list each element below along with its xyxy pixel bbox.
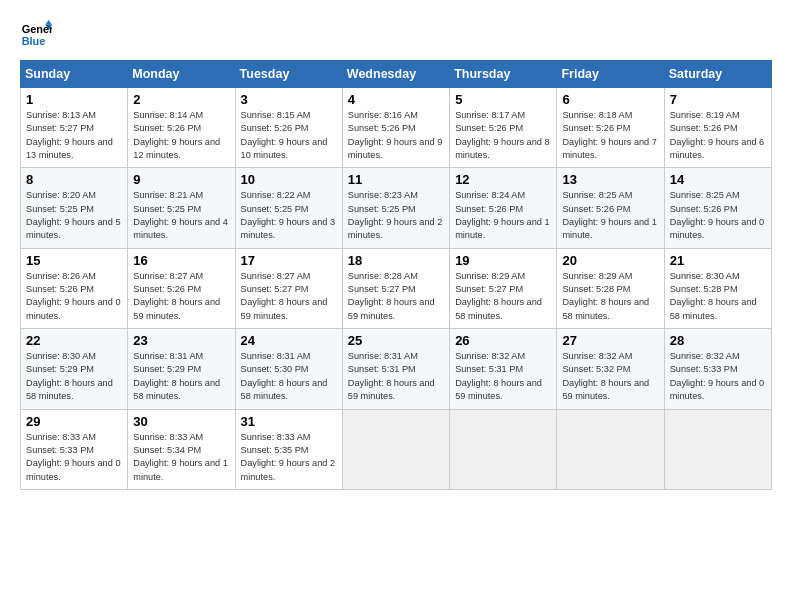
calendar-cell: 4 Sunrise: 8:16 AM Sunset: 5:26 PM Dayli… [342, 88, 449, 168]
calendar-cell: 5 Sunrise: 8:17 AM Sunset: 5:26 PM Dayli… [450, 88, 557, 168]
col-friday: Friday [557, 61, 664, 88]
calendar-cell: 24 Sunrise: 8:31 AM Sunset: 5:30 PM Dayl… [235, 329, 342, 409]
sun-info: Sunrise: 8:27 AM Sunset: 5:26 PM Dayligh… [133, 270, 229, 323]
calendar-week-row: 1 Sunrise: 8:13 AM Sunset: 5:27 PM Dayli… [21, 88, 772, 168]
sun-info: Sunrise: 8:29 AM Sunset: 5:27 PM Dayligh… [455, 270, 551, 323]
svg-marker-2 [45, 20, 52, 25]
day-number: 25 [348, 333, 444, 348]
day-number: 3 [241, 92, 337, 107]
sun-info: Sunrise: 8:32 AM Sunset: 5:32 PM Dayligh… [562, 350, 658, 403]
sun-info: Sunrise: 8:33 AM Sunset: 5:33 PM Dayligh… [26, 431, 122, 484]
calendar-cell: 29 Sunrise: 8:33 AM Sunset: 5:33 PM Dayl… [21, 409, 128, 489]
sun-info: Sunrise: 8:33 AM Sunset: 5:35 PM Dayligh… [241, 431, 337, 484]
calendar-cell: 30 Sunrise: 8:33 AM Sunset: 5:34 PM Dayl… [128, 409, 235, 489]
calendar-cell: 26 Sunrise: 8:32 AM Sunset: 5:31 PM Dayl… [450, 329, 557, 409]
day-number: 2 [133, 92, 229, 107]
logo: General Blue [20, 18, 52, 50]
day-number: 23 [133, 333, 229, 348]
calendar-week-row: 15 Sunrise: 8:26 AM Sunset: 5:26 PM Dayl… [21, 248, 772, 328]
sun-info: Sunrise: 8:15 AM Sunset: 5:26 PM Dayligh… [241, 109, 337, 162]
col-wednesday: Wednesday [342, 61, 449, 88]
page: General Blue Sunday Monday Tuesday Wedne… [0, 0, 792, 612]
day-number: 15 [26, 253, 122, 268]
col-tuesday: Tuesday [235, 61, 342, 88]
logo-icon: General Blue [20, 18, 52, 50]
day-number: 28 [670, 333, 766, 348]
calendar-week-row: 8 Sunrise: 8:20 AM Sunset: 5:25 PM Dayli… [21, 168, 772, 248]
day-number: 11 [348, 172, 444, 187]
col-monday: Monday [128, 61, 235, 88]
header: General Blue [20, 18, 772, 50]
calendar-cell: 3 Sunrise: 8:15 AM Sunset: 5:26 PM Dayli… [235, 88, 342, 168]
calendar-cell [342, 409, 449, 489]
day-number: 6 [562, 92, 658, 107]
sun-info: Sunrise: 8:14 AM Sunset: 5:26 PM Dayligh… [133, 109, 229, 162]
calendar-cell: 10 Sunrise: 8:22 AM Sunset: 5:25 PM Dayl… [235, 168, 342, 248]
sun-info: Sunrise: 8:25 AM Sunset: 5:26 PM Dayligh… [670, 189, 766, 242]
day-number: 16 [133, 253, 229, 268]
sun-info: Sunrise: 8:33 AM Sunset: 5:34 PM Dayligh… [133, 431, 229, 484]
sun-info: Sunrise: 8:31 AM Sunset: 5:29 PM Dayligh… [133, 350, 229, 403]
calendar-cell: 6 Sunrise: 8:18 AM Sunset: 5:26 PM Dayli… [557, 88, 664, 168]
sun-info: Sunrise: 8:18 AM Sunset: 5:26 PM Dayligh… [562, 109, 658, 162]
calendar-cell: 22 Sunrise: 8:30 AM Sunset: 5:29 PM Dayl… [21, 329, 128, 409]
calendar-cell: 1 Sunrise: 8:13 AM Sunset: 5:27 PM Dayli… [21, 88, 128, 168]
day-number: 18 [348, 253, 444, 268]
calendar-cell: 21 Sunrise: 8:30 AM Sunset: 5:28 PM Dayl… [664, 248, 771, 328]
day-number: 5 [455, 92, 551, 107]
day-number: 8 [26, 172, 122, 187]
day-number: 20 [562, 253, 658, 268]
calendar-cell: 27 Sunrise: 8:32 AM Sunset: 5:32 PM Dayl… [557, 329, 664, 409]
col-thursday: Thursday [450, 61, 557, 88]
sun-info: Sunrise: 8:27 AM Sunset: 5:27 PM Dayligh… [241, 270, 337, 323]
svg-text:Blue: Blue [22, 35, 46, 47]
calendar-cell [450, 409, 557, 489]
day-number: 21 [670, 253, 766, 268]
sun-info: Sunrise: 8:19 AM Sunset: 5:26 PM Dayligh… [670, 109, 766, 162]
day-number: 22 [26, 333, 122, 348]
sun-info: Sunrise: 8:24 AM Sunset: 5:26 PM Dayligh… [455, 189, 551, 242]
sun-info: Sunrise: 8:31 AM Sunset: 5:30 PM Dayligh… [241, 350, 337, 403]
calendar-week-row: 29 Sunrise: 8:33 AM Sunset: 5:33 PM Dayl… [21, 409, 772, 489]
calendar-cell: 8 Sunrise: 8:20 AM Sunset: 5:25 PM Dayli… [21, 168, 128, 248]
calendar-cell: 19 Sunrise: 8:29 AM Sunset: 5:27 PM Dayl… [450, 248, 557, 328]
sun-info: Sunrise: 8:16 AM Sunset: 5:26 PM Dayligh… [348, 109, 444, 162]
calendar-cell: 28 Sunrise: 8:32 AM Sunset: 5:33 PM Dayl… [664, 329, 771, 409]
sun-info: Sunrise: 8:32 AM Sunset: 5:33 PM Dayligh… [670, 350, 766, 403]
sun-info: Sunrise: 8:31 AM Sunset: 5:31 PM Dayligh… [348, 350, 444, 403]
day-number: 24 [241, 333, 337, 348]
day-number: 17 [241, 253, 337, 268]
sun-info: Sunrise: 8:13 AM Sunset: 5:27 PM Dayligh… [26, 109, 122, 162]
calendar-cell [557, 409, 664, 489]
sun-info: Sunrise: 8:30 AM Sunset: 5:28 PM Dayligh… [670, 270, 766, 323]
day-number: 9 [133, 172, 229, 187]
col-sunday: Sunday [21, 61, 128, 88]
calendar-cell: 2 Sunrise: 8:14 AM Sunset: 5:26 PM Dayli… [128, 88, 235, 168]
sun-info: Sunrise: 8:23 AM Sunset: 5:25 PM Dayligh… [348, 189, 444, 242]
calendar-cell: 17 Sunrise: 8:27 AM Sunset: 5:27 PM Dayl… [235, 248, 342, 328]
day-number: 10 [241, 172, 337, 187]
sun-info: Sunrise: 8:25 AM Sunset: 5:26 PM Dayligh… [562, 189, 658, 242]
day-number: 30 [133, 414, 229, 429]
day-number: 4 [348, 92, 444, 107]
calendar-cell: 15 Sunrise: 8:26 AM Sunset: 5:26 PM Dayl… [21, 248, 128, 328]
day-number: 12 [455, 172, 551, 187]
col-saturday: Saturday [664, 61, 771, 88]
header-row: Sunday Monday Tuesday Wednesday Thursday… [21, 61, 772, 88]
day-number: 29 [26, 414, 122, 429]
calendar-cell: 7 Sunrise: 8:19 AM Sunset: 5:26 PM Dayli… [664, 88, 771, 168]
sun-info: Sunrise: 8:32 AM Sunset: 5:31 PM Dayligh… [455, 350, 551, 403]
calendar-cell: 12 Sunrise: 8:24 AM Sunset: 5:26 PM Dayl… [450, 168, 557, 248]
calendar-cell: 20 Sunrise: 8:29 AM Sunset: 5:28 PM Dayl… [557, 248, 664, 328]
calendar-cell: 31 Sunrise: 8:33 AM Sunset: 5:35 PM Dayl… [235, 409, 342, 489]
calendar-cell [664, 409, 771, 489]
calendar-cell: 25 Sunrise: 8:31 AM Sunset: 5:31 PM Dayl… [342, 329, 449, 409]
calendar-cell: 23 Sunrise: 8:31 AM Sunset: 5:29 PM Dayl… [128, 329, 235, 409]
calendar-cell: 18 Sunrise: 8:28 AM Sunset: 5:27 PM Dayl… [342, 248, 449, 328]
sun-info: Sunrise: 8:21 AM Sunset: 5:25 PM Dayligh… [133, 189, 229, 242]
day-number: 1 [26, 92, 122, 107]
day-number: 14 [670, 172, 766, 187]
sun-info: Sunrise: 8:28 AM Sunset: 5:27 PM Dayligh… [348, 270, 444, 323]
calendar-cell: 11 Sunrise: 8:23 AM Sunset: 5:25 PM Dayl… [342, 168, 449, 248]
day-number: 27 [562, 333, 658, 348]
